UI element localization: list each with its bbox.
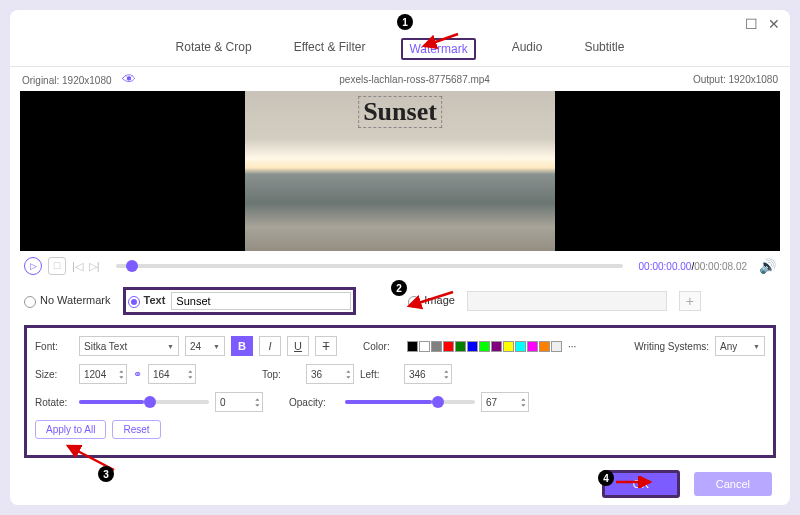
color-swatch[interactable] — [503, 341, 514, 352]
image-option[interactable]: Image — [408, 294, 455, 307]
image-path-input[interactable] — [467, 291, 667, 311]
callout-1: 1 — [397, 14, 413, 30]
next-frame-button[interactable]: ▷| — [89, 260, 100, 273]
maximize-button[interactable]: ☐ — [745, 16, 758, 32]
original-resolution: 1920x1080 — [62, 75, 112, 86]
color-swatch[interactable] — [419, 341, 430, 352]
underline-button[interactable]: U — [287, 336, 309, 356]
rotate-slider[interactable] — [79, 400, 209, 404]
bold-button[interactable]: B — [231, 336, 253, 356]
editor-window: ☐ ✕ Rotate & Crop Effect & Filter Waterm… — [10, 10, 790, 505]
tab-subtitle[interactable]: Subtitle — [578, 38, 630, 60]
color-swatch[interactable] — [431, 341, 442, 352]
writing-systems-select[interactable]: Any — [715, 336, 765, 356]
more-colors-button[interactable]: ··· — [568, 341, 576, 352]
opacity-slider[interactable] — [345, 400, 475, 404]
color-swatch[interactable] — [407, 341, 418, 352]
output-label: Output: — [693, 74, 726, 85]
color-label: Color: — [363, 341, 401, 352]
reset-button[interactable]: Reset — [112, 420, 160, 439]
filename-label: pexels-lachlan-ross-8775687.mp4 — [339, 74, 490, 85]
text-watermark-group: Text — [123, 287, 357, 315]
left-label: Left: — [360, 369, 398, 380]
writing-systems-label: Writing Systems: — [634, 341, 709, 352]
width-input[interactable]: 1204 — [79, 364, 127, 384]
strike-button[interactable]: T — [315, 336, 337, 356]
cancel-button[interactable]: Cancel — [694, 472, 772, 496]
info-row: Original: 1920x1080 👁 pexels-lachlan-ros… — [10, 67, 790, 91]
timeline-thumb[interactable] — [126, 260, 138, 272]
prev-frame-button[interactable]: |◁ — [72, 260, 83, 273]
output-resolution: 1920x1080 — [728, 74, 778, 85]
tab-rotate-crop[interactable]: Rotate & Crop — [170, 38, 258, 60]
tab-watermark[interactable]: Watermark — [401, 38, 475, 60]
dialog-footer: OK Cancel — [10, 462, 790, 506]
preview-area: Sunset — [20, 91, 780, 251]
font-label: Font: — [35, 341, 73, 352]
opacity-label: Opacity: — [289, 397, 339, 408]
add-image-button[interactable]: + — [679, 291, 701, 311]
callout-4: 4 — [598, 470, 614, 486]
color-swatch[interactable] — [491, 341, 502, 352]
timeline-slider[interactable] — [116, 264, 623, 268]
top-label: Top: — [262, 369, 300, 380]
playback-controls: ▷ ☐ |◁ ▷| 00:00:00.00/00:00:08.02 🔊 — [10, 251, 790, 281]
font-size-select[interactable]: 24 — [185, 336, 225, 356]
color-swatch[interactable] — [455, 341, 466, 352]
volume-icon[interactable]: 🔊 — [759, 258, 776, 274]
tab-bar: Rotate & Crop Effect & Filter Watermark … — [10, 38, 790, 67]
tab-effect-filter[interactable]: Effect & Filter — [288, 38, 372, 60]
italic-button[interactable]: I — [259, 336, 281, 356]
time-display: 00:00:00.00/00:00:08.02 — [639, 261, 747, 272]
color-swatch[interactable] — [551, 341, 562, 352]
watermark-text-input[interactable] — [171, 292, 351, 310]
stop-button[interactable]: ☐ — [48, 257, 66, 275]
color-swatches — [407, 341, 562, 352]
color-swatch[interactable] — [527, 341, 538, 352]
current-time: 00:00:00.00 — [639, 261, 692, 272]
video-preview[interactable]: Sunset — [245, 91, 555, 251]
color-swatch[interactable] — [467, 341, 478, 352]
watermark-settings: Font: Sitka Text 24 B I U T Color: ··· W… — [24, 325, 776, 458]
no-watermark-option[interactable]: No Watermark — [24, 294, 111, 307]
text-option[interactable]: Text — [128, 294, 166, 307]
duration-time: 00:00:08.02 — [694, 261, 747, 272]
size-label: Size: — [35, 369, 73, 380]
callout-2: 2 — [391, 280, 407, 296]
color-swatch[interactable] — [479, 341, 490, 352]
close-button[interactable]: ✕ — [768, 16, 780, 32]
watermark-overlay[interactable]: Sunset — [358, 96, 442, 128]
rotate-label: Rotate: — [35, 397, 73, 408]
callout-3: 3 — [98, 466, 114, 482]
top-input[interactable]: 36 — [306, 364, 354, 384]
font-family-select[interactable]: Sitka Text — [79, 336, 179, 356]
color-swatch[interactable] — [515, 341, 526, 352]
color-swatch[interactable] — [539, 341, 550, 352]
tab-audio[interactable]: Audio — [506, 38, 549, 60]
rotate-input[interactable]: 0 — [215, 392, 263, 412]
color-swatch[interactable] — [443, 341, 454, 352]
play-button[interactable]: ▷ — [24, 257, 42, 275]
left-input[interactable]: 346 — [404, 364, 452, 384]
opacity-input[interactable]: 67 — [481, 392, 529, 412]
apply-to-all-button[interactable]: Apply to All — [35, 420, 106, 439]
ok-button[interactable]: OK — [602, 470, 680, 498]
link-icon[interactable]: ⚭ — [133, 368, 142, 381]
height-input[interactable]: 164 — [148, 364, 196, 384]
visibility-icon[interactable]: 👁 — [122, 71, 136, 87]
original-label: Original: — [22, 75, 59, 86]
